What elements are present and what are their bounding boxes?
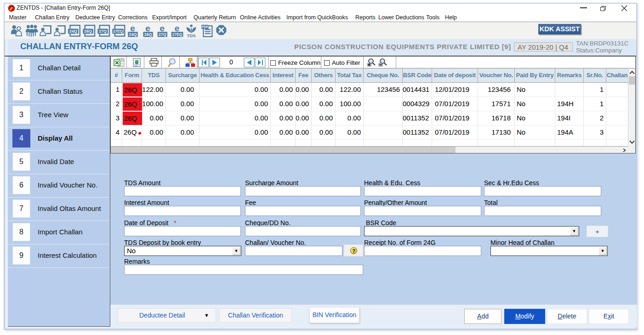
- svg-text:27Q: 27Q: [99, 29, 107, 34]
- svg-text:TDS: TDS: [187, 33, 196, 38]
- svg-text:26Q: 26Q: [144, 32, 152, 37]
- svg-text:24Q: 24Q: [129, 32, 137, 37]
- svg-text:24Q: 24Q: [69, 29, 77, 34]
- svg-text:27Q: 27Q: [159, 32, 166, 37]
- svg-text:26Q: 26Q: [84, 29, 92, 34]
- svg-text:PDF: PDF: [202, 25, 209, 29]
- svg-text:27EQ: 27EQ: [113, 29, 123, 34]
- svg-text:27EQ: 27EQ: [172, 32, 182, 37]
